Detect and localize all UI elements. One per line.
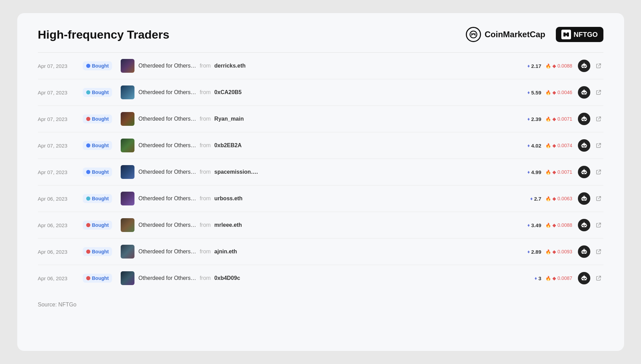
prices: ♦ 2.39 🔥 ◆ 0.0071 [527, 116, 572, 122]
eth-value: 5.59 [531, 90, 541, 95]
prices: ♦ 4.99 🔥 ◆ 0.0071 [527, 169, 572, 175]
badge-wrap: Bought [83, 221, 121, 230]
table-row: Apr 07, 2023 Bought Otherdeed for Others… [38, 79, 603, 106]
badge-wrap: Bought [83, 88, 121, 97]
nft-info: Otherdeed for Others… from ajnin.eth [139, 249, 528, 255]
robot-icon[interactable] [578, 139, 590, 152]
external-link-icon[interactable] [594, 61, 603, 71]
fire-icon: 🔥 [545, 90, 551, 95]
nft-thumbnail [121, 218, 134, 232]
svg-rect-28 [583, 120, 585, 121]
action-icons [578, 86, 603, 99]
eth-value: 2.39 [531, 116, 541, 122]
usd-value: ◆ 0.0087 [552, 275, 572, 281]
nftgo-icon [561, 30, 571, 39]
footer: Source: NFTGo [38, 302, 603, 308]
usd-value: ◆ 0.0088 [552, 222, 572, 228]
table-row: Apr 06, 2023 Bought Otherdeed for Others… [38, 239, 603, 265]
prices: ♦ 5.59 🔥 ◆ 0.0046 [527, 90, 572, 95]
svg-point-60 [584, 195, 584, 196]
action-icons [578, 219, 603, 231]
svg-point-87 [584, 278, 586, 279]
robot-icon[interactable] [578, 192, 590, 205]
external-link-icon[interactable] [594, 247, 603, 256]
robot-icon[interactable] [578, 219, 590, 231]
robot-icon[interactable] [578, 60, 590, 72]
external-link-icon[interactable] [594, 194, 603, 203]
nft-name: Otherdeed for Others… [139, 63, 196, 69]
svg-rect-88 [583, 279, 585, 280]
action-icons [578, 113, 603, 125]
trade-date: Apr 07, 2023 [38, 169, 83, 175]
prices: ♦ 2.7 🔥 ◆ 0.0063 [530, 196, 572, 202]
from-address: 0xCA20B5 [214, 89, 242, 95]
nft-thumbnail [121, 112, 134, 126]
svg-point-37 [584, 145, 586, 146]
nft-name: Otherdeed for Others… [139, 222, 196, 228]
svg-line-53 [598, 170, 601, 172]
svg-rect-85 [583, 276, 585, 277]
from-address: derricks.eth [214, 63, 246, 69]
external-link-icon[interactable] [594, 273, 603, 283]
nft-info: Otherdeed for Others… from spacemission…… [139, 169, 528, 175]
badge-wrap: Bought [83, 168, 121, 176]
svg-rect-18 [583, 93, 585, 94]
external-link-icon[interactable] [594, 167, 603, 177]
trade-date: Apr 07, 2023 [38, 63, 83, 69]
fire-icon: 🔥 [545, 223, 551, 228]
table-row: Apr 07, 2023 Bought Otherdeed for Others… [38, 132, 603, 159]
external-link-icon[interactable] [594, 88, 603, 97]
robot-icon[interactable] [578, 272, 590, 284]
usd-price: 🔥 ◆ 0.0071 [545, 116, 572, 122]
page-title: High-frequency Traders [38, 28, 170, 41]
from-label: from [200, 89, 211, 95]
nft-thumbnail [121, 85, 134, 99]
trades-list: Apr 07, 2023 Bought Otherdeed for Others… [38, 53, 603, 291]
nftgo-name: NFTGO [574, 31, 598, 39]
robot-icon[interactable] [578, 86, 590, 99]
eth-diamond-icon: ♦ [527, 116, 530, 122]
usd-value: ◆ 0.0046 [552, 90, 572, 95]
badge-wrap: Bought [83, 61, 121, 70]
from-address: spacemission…. [214, 169, 258, 175]
action-icons [578, 166, 603, 178]
svg-point-56 [582, 198, 584, 200]
robot-icon[interactable] [578, 245, 590, 258]
fire-icon: 🔥 [545, 117, 551, 122]
usd-price: 🔥 ◆ 0.0074 [545, 143, 572, 148]
svg-line-23 [598, 90, 601, 93]
header: High-frequency Traders CoinMarketCap [38, 27, 603, 42]
nft-info: Otherdeed for Others… from 0xb2EB2A [139, 142, 528, 149]
table-row: Apr 06, 2023 Bought Otherdeed for Others… [38, 212, 603, 239]
svg-rect-55 [583, 196, 585, 198]
eth-diamond-icon: ♦ [527, 90, 530, 95]
nft-info: Otherdeed for Others… from 0xCA20B5 [139, 89, 528, 95]
table-row: Apr 06, 2023 Bought Otherdeed for Others… [38, 185, 603, 212]
svg-point-80 [584, 249, 584, 249]
external-link-icon[interactable] [594, 220, 603, 230]
usd-price: 🔥 ◆ 0.0063 [545, 196, 572, 201]
usd-price: 🔥 ◆ 0.0088 [545, 63, 572, 69]
table-row: Apr 07, 2023 Bought Otherdeed for Others… [38, 159, 603, 185]
action-label: Bought [92, 63, 109, 69]
nft-info: Otherdeed for Others… from 0xb4D09c [139, 275, 535, 281]
eth-diamond-icon: ♦ [534, 275, 537, 281]
eth-diamond-icon: ♦ [527, 63, 530, 69]
svg-point-26 [582, 119, 584, 120]
usd-value: ◆ 0.0093 [552, 249, 572, 254]
action-icons [578, 192, 603, 205]
action-label: Bought [92, 249, 109, 254]
robot-icon[interactable] [578, 113, 590, 125]
from-address: 0xb4D09c [214, 275, 240, 281]
from-label: from [200, 195, 211, 201]
badge-wrap: Bought [83, 274, 121, 283]
from-address: urboss.eth [214, 195, 243, 201]
action-badge: Bought [83, 221, 112, 230]
robot-icon[interactable] [578, 166, 590, 178]
usd-price: 🔥 ◆ 0.0071 [545, 169, 572, 175]
cmc-icon [466, 27, 481, 42]
trade-date: Apr 06, 2023 [38, 222, 83, 228]
external-link-icon[interactable] [594, 141, 603, 150]
fire-icon: 🔥 [545, 276, 551, 281]
external-link-icon[interactable] [594, 114, 603, 124]
